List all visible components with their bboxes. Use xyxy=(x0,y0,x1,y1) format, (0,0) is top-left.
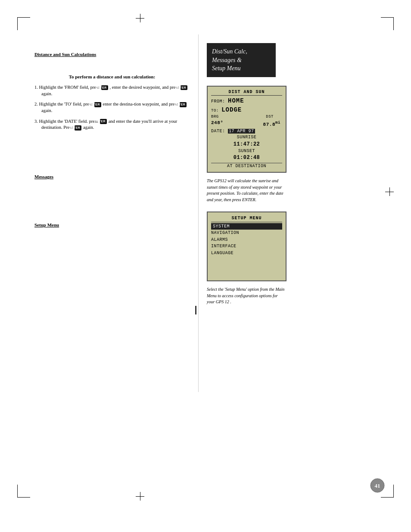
corner-line-lb xyxy=(17,485,18,498)
content-marker-bar xyxy=(195,306,196,314)
step-1-num: 1. xyxy=(34,85,39,90)
step-2: 2. Highlight the 'TO' field, press ENTER… xyxy=(34,101,190,114)
screen-sunset-label: SUNSET xyxy=(211,148,282,155)
to-value: LODGE xyxy=(221,106,242,113)
screen-to-row: TO: LODGE xyxy=(211,106,282,114)
enter-btn-3b: ENTER xyxy=(75,125,81,131)
enter-btn-1b: ENTER xyxy=(181,85,187,90)
enter-btn-2b: ENTER xyxy=(180,102,187,107)
setup-menu-item-navigation: NAVIGATION xyxy=(211,230,282,236)
dist-sun-screen: DIST AND SUN FROM: HOME TO: LODGE BRG DS… xyxy=(207,86,286,173)
enter-btn-2a: ENTER xyxy=(94,102,101,107)
corner-line-br xyxy=(381,497,394,498)
section-title-messages: Messages xyxy=(34,174,190,179)
date-value: 17 APR 97 xyxy=(228,129,255,134)
dst-value: 87.8mi xyxy=(263,120,280,128)
setup-caption: Select the 'Setup Menu' option from the … xyxy=(207,286,286,305)
crosshair-bottom xyxy=(136,492,144,501)
setup-menu-item-alarms: ALARMS xyxy=(211,236,282,243)
section-setup: Setup Menu xyxy=(34,222,190,227)
setup-screen: SETUP MENU SYSTEM NAVIGATION ALARMS INTE… xyxy=(207,212,286,281)
sidebar-header-box: Dist/Sun Calc, Messages & Setup Menu xyxy=(207,43,276,77)
brg-value: 248° xyxy=(211,120,223,128)
enter-btn-3a: ENTER xyxy=(100,119,107,124)
step-1-text3: again. xyxy=(41,91,52,96)
corner-line-tl xyxy=(17,17,30,18)
steps-list: 1. Highlight the 'FROM' field, press ENT… xyxy=(34,84,190,131)
setup-menu-item-system: SYSTEM xyxy=(211,223,282,230)
right-column: Dist/Sun Calc, Messages & Setup Menu DIS… xyxy=(207,43,302,314)
step-3: 3. Highlight the 'DATE' field. press ENT… xyxy=(34,118,190,131)
screen-sunrise-time: 11:47:22 xyxy=(211,141,282,148)
dist-sun-caption: The GPS12 will calculate the sunrise and… xyxy=(207,178,286,203)
enter-btn-1a: ENTER xyxy=(101,85,108,90)
screen-from-row: FROM: HOME xyxy=(211,96,282,105)
sidebar-header-line1: Dist/Sun Calc, xyxy=(212,48,247,55)
screen-brg-dst-labels: BRG DST xyxy=(211,114,282,120)
step-3-text3: again. xyxy=(83,125,94,130)
step-2-text3: again. xyxy=(41,108,52,113)
screen-title-dist: DIST AND SUN xyxy=(211,89,282,96)
corner-line-rb xyxy=(393,485,394,498)
instruction-heading: To perform a distance and sun calculatio… xyxy=(34,74,190,79)
from-label: FROM: xyxy=(211,99,225,104)
setup-menu-item-language: LANGUAGE xyxy=(211,250,282,257)
step-3-text1: Highlight the 'DATE' field. press xyxy=(39,119,100,124)
svg-text:41: 41 xyxy=(375,482,380,489)
corner-line-bl xyxy=(17,497,30,498)
vertical-divider xyxy=(198,34,199,392)
crosshair-right xyxy=(385,187,394,196)
step-1-text1: Highlight the 'FROM' field, press xyxy=(39,85,101,90)
screen-date-row: DATE: 17 APR 97 xyxy=(211,128,282,135)
section-title-distance: Distance and Sun Calculations xyxy=(34,52,190,57)
setup-menu-item-interface: INTERFACE xyxy=(211,243,282,250)
left-column: Distance and Sun Calculations To perform… xyxy=(34,52,190,233)
section-title-setup: Setup Menu xyxy=(34,222,190,227)
corner-line-tr xyxy=(381,17,394,18)
step-2-text2: enter the destina-tion waypoint, and pre… xyxy=(103,102,180,106)
page-number-badge: 41 xyxy=(370,478,385,493)
brg-label: BRG xyxy=(211,114,219,120)
sidebar-header-line2: Messages & xyxy=(212,57,242,63)
crosshair-top xyxy=(136,14,144,22)
setup-screen-title: SETUP MENU xyxy=(211,215,282,222)
dst-label: DST xyxy=(266,114,274,120)
screen-sunrise-label: SUNRISE xyxy=(211,134,282,141)
section-distance-sun: Distance and Sun Calculations To perform… xyxy=(34,52,190,131)
step-1-text2: , enter the desired waypoint, and press xyxy=(110,85,181,90)
step-2-text1: Highlight the 'TO' field, press xyxy=(39,102,94,106)
sidebar-header-line3: Setup Menu xyxy=(212,65,240,72)
corner-line-lt xyxy=(17,17,18,30)
to-label: TO: xyxy=(211,109,219,113)
date-label: DATE: xyxy=(211,129,225,134)
screen-sunset-time: 01:02:48 xyxy=(211,154,282,162)
screen-brg-dst-values: 248° 87.8mi xyxy=(211,120,282,128)
step-3-num: 3. xyxy=(34,119,39,124)
from-value: HOME xyxy=(228,97,244,104)
step-2-num: 2. xyxy=(34,102,39,106)
corner-line-rt xyxy=(393,17,394,30)
step-1: 1. Highlight the 'FROM' field, press ENT… xyxy=(34,84,190,97)
screen-at-destination: AT DESTINATION xyxy=(211,163,282,170)
section-messages: Messages xyxy=(34,174,190,179)
